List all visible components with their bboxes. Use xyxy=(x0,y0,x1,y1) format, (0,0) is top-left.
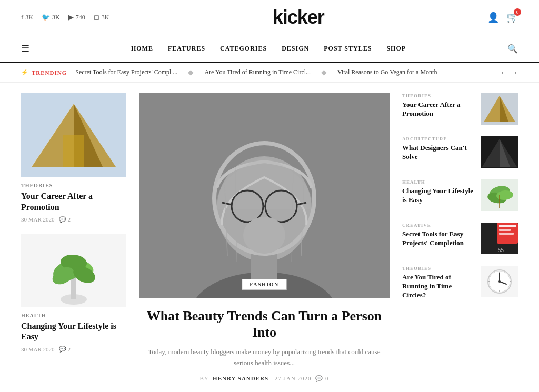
right-card-2: ARCHITECTURE What Designers Can't Solve xyxy=(402,136,518,168)
right-building-svg xyxy=(481,93,518,125)
trending-dot-1: ◆ xyxy=(188,68,194,77)
left-card-1-title[interactable]: Your Career After a Promotion xyxy=(21,191,126,213)
right-black-svg xyxy=(481,136,518,168)
nav-links: HOME FEATURES CATEGORIES DESIGN POST STY… xyxy=(131,45,406,53)
trending-label: ⚡ TRENDING xyxy=(21,69,67,76)
nav-categories[interactable]: CATEGORIES xyxy=(220,45,267,53)
hero-by-label: BY xyxy=(199,375,208,381)
trending-bar: ⚡ TRENDING Secret Tools for Easy Project… xyxy=(0,63,539,83)
svg-point-23 xyxy=(243,217,285,254)
right-card-5-title[interactable]: Are You Tired of Running in Time Circles… xyxy=(402,273,475,300)
comment-count-2: 2 xyxy=(68,346,71,353)
right-card-5-category: THEORIES xyxy=(402,266,475,271)
comment-icon-2: 💬 xyxy=(59,346,66,353)
main-content: THEORIES Your Career After a Promotion 3… xyxy=(0,83,539,392)
right-card-4: CREATIVE Secret Tools for Easy Projects'… xyxy=(402,223,518,254)
right-leaves-svg xyxy=(481,179,518,211)
youtube-count: 740 xyxy=(76,14,85,22)
trending-prev-button[interactable]: ← xyxy=(500,68,507,77)
building-svg xyxy=(21,93,126,177)
right-column: THEORIES Your Career After a Promotion A… xyxy=(402,93,518,391)
social-links: f 3K 🐦 3K ▶ 740 ◻ 3K xyxy=(21,13,109,22)
trending-dot-2: ◆ xyxy=(321,68,327,77)
instagram-count: 3K xyxy=(102,14,109,22)
left-card-1-comments: 💬 2 xyxy=(59,216,71,223)
nav-home[interactable]: HOME xyxy=(131,45,153,53)
hero-image: FASHION xyxy=(139,93,390,298)
right-card-4-category: CREATIVE xyxy=(402,223,475,228)
right-card-2-category: ARCHITECTURE xyxy=(402,136,475,142)
left-card-1: THEORIES Your Career After a Promotion 3… xyxy=(21,93,126,223)
left-card-2-meta: 30 MAR 2020 💬 2 xyxy=(21,346,126,353)
left-card-1-date: 30 MAR 2020 xyxy=(21,216,55,223)
twitter-count: 3K xyxy=(52,14,60,22)
svg-rect-43 xyxy=(499,233,514,235)
trending-item-3[interactable]: Vital Reasons to Go Vegan for a Month xyxy=(337,68,437,76)
hero-author[interactable]: HENRY SANDERS xyxy=(213,375,268,381)
plant-svg xyxy=(21,234,126,307)
nav-shop[interactable]: SHOP xyxy=(386,45,406,53)
youtube-icon: ▶ xyxy=(68,13,74,22)
right-card-3-category: HEALTH xyxy=(402,179,475,185)
user-icon[interactable]: 👤 xyxy=(487,12,499,23)
facebook-icon: f xyxy=(21,13,23,22)
svg-point-50 xyxy=(498,280,501,283)
hero-date: 27 JAN 2020 xyxy=(275,375,312,381)
hero-title[interactable]: What Beauty Trends Can Turn a Person Int… xyxy=(144,308,384,340)
twitter-social[interactable]: 🐦 3K xyxy=(42,13,60,22)
left-card-1-image xyxy=(21,93,126,177)
hero-excerpt: Today, modern beauty bloggers make money… xyxy=(144,347,384,369)
instagram-social[interactable]: ◻ 3K xyxy=(94,13,109,22)
hero-comments: 0 xyxy=(325,375,329,381)
right-clock-svg xyxy=(481,266,518,297)
right-card-1-title[interactable]: Your Career After a Promotion xyxy=(402,100,475,118)
trending-nav: ← → xyxy=(500,68,518,77)
right-card-2-text: ARCHITECTURE What Designers Can't Solve xyxy=(402,136,475,162)
search-icon[interactable]: 🔍 xyxy=(507,44,518,54)
right-card-3-title[interactable]: Changing Your Lifestyle is Easy xyxy=(402,187,475,205)
nav-bar: ☰ HOME FEATURES CATEGORIES DESIGN POST S… xyxy=(0,35,539,63)
right-card-1: THEORIES Your Career After a Promotion xyxy=(402,93,518,125)
right-card-4-title[interactable]: Secret Tools for Easy Projects' Completi… xyxy=(402,230,475,248)
left-card-1-meta: 30 MAR 2020 💬 2 xyxy=(21,216,126,223)
hero-content: What Beauty Trends Can Turn a Person Int… xyxy=(139,298,390,391)
comment-icon-1: 💬 xyxy=(59,216,66,223)
youtube-social[interactable]: ▶ 740 xyxy=(68,13,85,22)
site-logo[interactable]: kicker xyxy=(273,6,324,28)
right-card-3-image xyxy=(481,179,518,211)
nav-features[interactable]: FEATURES xyxy=(168,45,205,53)
nav-post-styles[interactable]: POST STYLES xyxy=(324,45,372,53)
trending-next-button[interactable]: → xyxy=(511,68,518,77)
right-card-3-text: HEALTH Changing Your Lifestyle is Easy xyxy=(402,179,475,205)
nav-design[interactable]: DESIGN xyxy=(282,45,309,53)
left-card-2-date: 30 MAR 2020 xyxy=(21,346,55,353)
cart-button[interactable]: 🛒 0 xyxy=(506,12,518,23)
facebook-count: 3K xyxy=(25,14,33,22)
right-card-1-category: THEORIES xyxy=(402,93,475,98)
right-card-2-image xyxy=(481,136,518,168)
hero-comment-icon: 💬 xyxy=(315,375,323,381)
right-card-3: HEALTH Changing Your Lifestyle is Easy xyxy=(402,179,518,211)
right-card-4-text: CREATIVE Secret Tools for Easy Projects'… xyxy=(402,223,475,248)
svg-text:55: 55 xyxy=(498,247,504,253)
left-card-2: HEALTH Changing Your Lifestyle is Easy 3… xyxy=(21,234,126,353)
right-card-5: THEORIES Are You Tired of Running in Tim… xyxy=(402,266,518,300)
right-card-4-image: 55 xyxy=(481,223,518,254)
trending-text: TRENDING xyxy=(32,69,67,76)
left-card-2-comments: 💬 2 xyxy=(59,346,71,353)
svg-rect-42 xyxy=(499,229,511,231)
svg-rect-4 xyxy=(63,135,84,167)
hero-category-badge: FASHION xyxy=(242,279,286,290)
trending-item-1[interactable]: Secret Tools for Easy Projects' Compl ..… xyxy=(75,68,177,76)
right-card-2-title[interactable]: What Designers Can't Solve xyxy=(402,144,475,162)
facebook-social[interactable]: f 3K xyxy=(21,13,33,22)
instagram-icon: ◻ xyxy=(94,13,99,22)
left-card-2-title[interactable]: Changing Your Lifestyle is Easy xyxy=(21,321,126,343)
left-card-2-category: HEALTH xyxy=(21,313,126,318)
twitter-icon: 🐦 xyxy=(42,13,50,22)
right-card-1-image xyxy=(481,93,518,125)
hero-meta: BY HENRY SANDERS 27 JAN 2020 💬 0 xyxy=(144,375,384,382)
trending-item-2[interactable]: Are You Tired of Running in Time Circl..… xyxy=(204,68,311,76)
top-bar: f 3K 🐦 3K ▶ 740 ◻ 3K kicker 👤 🛒 0 xyxy=(0,0,539,35)
hamburger-menu[interactable]: ☰ xyxy=(21,43,29,54)
